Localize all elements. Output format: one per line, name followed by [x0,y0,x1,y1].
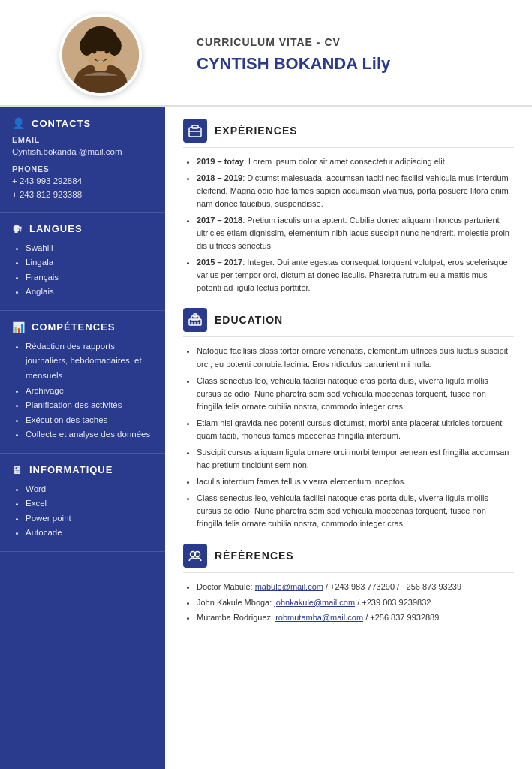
informatique-list: Word Excel Power point Autocade [12,482,153,541]
main-content: EXPÉRIENCES 2019 – totay: Lorem ipsum do… [165,107,532,769]
list-item: Excel [26,496,153,511]
svg-point-9 [105,49,110,53]
references-title: RÉFÉRENCES [215,550,294,562]
list-item: Etiam nisi gravida nec potenti cursus di… [197,417,514,442]
email-value: Cyntish.bokanda @mail.com [12,146,153,158]
svg-rect-10 [189,128,201,137]
list-item: Iaculis interdum fames tellus viverra el… [197,475,514,488]
experiences-icon [183,119,207,143]
sidebar: 👤 CONTACTS EMAIL Cyntish.bokanda @mail.c… [0,107,165,769]
list-item: Archivage [26,384,153,399]
education-title: EDUCATION [215,314,283,326]
references-icon [183,544,207,568]
contacts-icon: 👤 [12,117,26,129]
langues-icon: 🗣 [12,223,23,235]
education-list: Natoque facilisis class tortor ornare ve… [183,345,514,530]
svg-rect-11 [192,125,198,128]
langues-title: 🗣 LANGUES [12,223,153,235]
list-item: Suscipit cursus aliquam ligula ornare or… [197,446,514,472]
email-label: EMAIL [12,135,153,144]
avatar [59,14,142,96]
list-item: Exécution des taches [26,413,153,428]
list-item: Class senectus leo, vehicula facilisi na… [197,492,514,530]
cv-title: CURRICULUM VITAE - CV [197,36,514,48]
phones-label: PHONES [12,164,153,173]
ref-contact: / +243 983 773290 / +256 873 93239 [326,582,461,591]
sidebar-contacts: 👤 CONTACTS EMAIL Cyntish.bokanda @mail.c… [0,107,165,213]
sidebar-langues: 🗣 LANGUES Swahili Lingala Français Angla… [0,213,165,311]
svg-point-8 [92,49,97,53]
list-item: Natoque facilisis class tortor ornare ve… [197,345,514,370]
education-header: EDUCATION [183,308,514,337]
list-item: Swahili [26,241,153,256]
sidebar-competences: 📊 COMPÉTENCES Rédaction des rapports jou… [0,311,165,454]
list-item: Collecte et analyse des données [26,427,153,442]
ref-email[interactable]: robmutamba@mail.com [275,613,363,622]
informatique-icon: 🖥 [12,464,23,476]
list-item: John Kakule Mboga: johnkakule@mail.com /… [197,596,514,610]
list-item: Rédaction des rapports journaliers, hebd… [26,339,153,384]
list-item: Mutamba Rodriguez: robmutamba@mail.com /… [197,611,514,625]
ref-contact: / +256 837 9932889 [365,613,439,622]
education-section: EDUCATION Natoque facilisis class tortor… [183,308,514,530]
list-item: Planification des activités [26,398,153,413]
ref-name: John Kakule Mboga: [197,598,274,607]
experiences-title: EXPÉRIENCES [215,125,298,137]
list-item: 2019 – totay: Lorem ipsum dolor sit amet… [197,155,514,168]
experiences-section: EXPÉRIENCES 2019 – totay: Lorem ipsum do… [183,119,514,294]
svg-rect-15 [194,314,197,317]
list-item: Word [26,482,153,497]
ref-email[interactable]: johnkakule@mail.com [274,598,355,607]
list-item: Autocade [26,526,153,541]
list-item: Class senectus leo, vehicula facilisi na… [197,375,514,413]
competences-list: Rédaction des rapports journaliers, hebd… [12,339,153,442]
competences-icon: 📊 [12,321,26,333]
phone2: + 243 812 923388 [12,188,153,201]
header-right: CURRICULUM VITAE - CV CYNTISH BOKANDA Li… [183,36,514,74]
ref-email[interactable]: mabule@mail.com [255,582,323,591]
sidebar-informatique: 🖥 INFORMATIQUE Word Excel Power point Au… [0,454,165,552]
list-item: Lingala [26,255,153,270]
ref-name: Doctor Mabule: [197,582,255,591]
phone1: + 243 993 292884 [12,175,153,188]
list-item: Anglais [26,285,153,300]
list-item: 2015 – 2017: Integer. Dui ante egestas c… [197,256,514,294]
header-left [18,14,183,96]
list-item: Power point [26,511,153,526]
references-header: RÉFÉRENCES [183,544,514,573]
experiences-list: 2019 – totay: Lorem ipsum dolor sit amet… [183,155,514,294]
competences-title: 📊 COMPÉTENCES [12,321,153,333]
list-item: Doctor Mabule: mabule@mail.com / +243 98… [197,581,514,594]
languages-list: Swahili Lingala Français Anglais [12,241,153,300]
informatique-title: 🖥 INFORMATIQUE [12,464,153,476]
cv-name: CYNTISH BOKANDA Lily [197,54,514,74]
contacts-title: 👤 CONTACTS [12,117,153,129]
ref-name: Mutamba Rodriguez: [197,613,275,622]
svg-point-7 [88,26,113,43]
ref-contact: / +239 003 9239832 [357,598,431,607]
references-list: Doctor Mabule: mabule@mail.com / +243 98… [183,581,514,625]
cv-body: 👤 CONTACTS EMAIL Cyntish.bokanda @mail.c… [0,107,532,769]
education-icon [183,308,207,332]
cv-header: CURRICULUM VITAE - CV CYNTISH BOKANDA Li… [0,0,532,107]
references-section: RÉFÉRENCES Doctor Mabule: mabule@mail.co… [183,544,514,625]
list-item: 2017 – 2018: Pretium iaculis urna aptent… [197,214,514,252]
experiences-header: EXPÉRIENCES [183,119,514,148]
list-item: Français [26,270,153,285]
list-item: 2018 – 2019: Dictumst malesuada, accumsa… [197,172,514,210]
